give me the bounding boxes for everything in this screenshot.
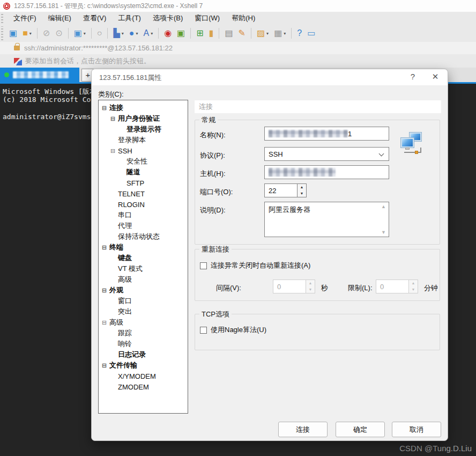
- spin-up-icon[interactable]: ▲: [306, 280, 315, 286]
- auto-reconnect-checkbox-row[interactable]: 连接异常关闭时自动重新连接(A): [200, 261, 310, 270]
- tree-item[interactable]: 登录脚本: [99, 135, 188, 145]
- menu-item[interactable]: 帮助(H): [226, 13, 261, 23]
- lock-screen-button[interactable]: ▮: [206, 26, 217, 40]
- interval-spinner[interactable]: 0 ▲ ▼: [273, 280, 315, 293]
- compose-pane-button[interactable]: ▙▾: [110, 26, 126, 40]
- port-spinner[interactable]: 22 ▲ ▼: [264, 183, 307, 197]
- tree-item[interactable]: RLOGIN: [99, 199, 188, 210]
- tree-item[interactable]: SFTP: [99, 178, 188, 188]
- menu-item[interactable]: 编辑(E): [42, 13, 77, 23]
- tree-item[interactable]: 响铃: [99, 339, 188, 349]
- tree-item[interactable]: ⊟终端: [99, 242, 188, 253]
- spin-down-icon[interactable]: ▼: [409, 286, 418, 293]
- nagle-checkbox[interactable]: [200, 327, 207, 334]
- help-button[interactable]: ?: [294, 26, 304, 40]
- spin-up-icon[interactable]: ▲: [298, 184, 306, 190]
- dropdown-caret-icon[interactable]: ▾: [84, 31, 86, 36]
- highlight-pen-button[interactable]: ✎: [236, 26, 248, 40]
- tree-item[interactable]: 高级: [99, 274, 188, 285]
- dropdown-caret-icon[interactable]: ▾: [266, 31, 269, 36]
- tree-item[interactable]: ⊟高级: [99, 317, 188, 328]
- dropdown-caret-icon[interactable]: ▾: [29, 31, 32, 36]
- nagle-checkbox-row[interactable]: 使用Nagle算法(U): [200, 325, 266, 335]
- tree-item[interactable]: X/YMODEM: [99, 371, 188, 381]
- menu-item[interactable]: 文件(F): [8, 13, 42, 23]
- description-textarea[interactable]: 阿里云服务器 ▲ ▼: [264, 202, 389, 237]
- new-file-button[interactable]: ▨▾: [254, 26, 271, 40]
- tree-item[interactable]: 突出: [99, 306, 188, 317]
- tree-item[interactable]: ⊟连接: [99, 102, 188, 113]
- dialog-close-button[interactable]: ✕: [429, 72, 441, 82]
- scroll-down-icon[interactable]: ▼: [381, 230, 386, 235]
- menu-item[interactable]: 查看(V): [77, 13, 112, 23]
- spin-down-icon[interactable]: ▼: [298, 190, 306, 197]
- tree-item[interactable]: 窗口: [99, 296, 188, 306]
- session-properties-button[interactable]: ▣▾: [71, 26, 88, 40]
- name-input[interactable]: 1: [264, 127, 389, 141]
- protocol-select[interactable]: SSH: [264, 147, 389, 161]
- menu-item[interactable]: 工具(T): [112, 13, 147, 23]
- tile-windows-button[interactable]: ▦▾: [271, 26, 288, 40]
- disconnect-button[interactable]: ⊘: [40, 26, 53, 40]
- tree-item[interactable]: 键盘: [99, 253, 188, 263]
- host-input[interactable]: [264, 165, 389, 179]
- dropdown-caret-icon[interactable]: ▾: [136, 31, 138, 36]
- tree-item[interactable]: 日志记录: [99, 349, 188, 360]
- font-button[interactable]: A▾: [140, 26, 155, 40]
- port-spin-buttons[interactable]: ▲ ▼: [298, 183, 307, 197]
- tree-item[interactable]: ⊟用户身份验证: [99, 113, 188, 124]
- tree-item[interactable]: 跟踪: [99, 328, 188, 339]
- tree-expander-icon[interactable]: ⊟: [102, 105, 109, 112]
- tree-expander-icon[interactable]: ⊟: [102, 287, 109, 294]
- port-value[interactable]: 22: [264, 183, 298, 197]
- tree-item[interactable]: 登录提示符: [99, 124, 188, 135]
- address-text[interactable]: ssh://administrator:*********@123.57.156…: [24, 44, 173, 52]
- tree-item[interactable]: 安全性: [99, 156, 188, 167]
- virtual-keyboard-button[interactable]: ▤: [222, 26, 235, 40]
- session-tab-active[interactable]: [0, 68, 79, 82]
- tree-expander-icon[interactable]: ⊟: [102, 244, 109, 251]
- tree-item[interactable]: ⊟SSH: [99, 145, 188, 156]
- find-button[interactable]: ○: [94, 26, 105, 40]
- menu-item[interactable]: 窗口(W): [189, 13, 226, 23]
- limit-spinner[interactable]: 0 ▲ ▼: [376, 280, 418, 293]
- menubar-gripper[interactable]: [1, 13, 3, 23]
- tree-item[interactable]: 保持活动状态: [99, 231, 188, 242]
- interval-spin-buttons[interactable]: ▲ ▼: [306, 280, 315, 293]
- menu-item[interactable]: 选项卡(B): [147, 13, 189, 23]
- toolbar-gripper[interactable]: [1, 26, 3, 40]
- scroll-up-icon[interactable]: ▲: [381, 204, 386, 209]
- tree-expander-icon[interactable]: ⊟: [110, 115, 118, 122]
- spin-up-icon[interactable]: ▲: [409, 280, 418, 286]
- bookmark-arrow-icon[interactable]: [14, 57, 21, 64]
- tree-item[interactable]: ⊟外观: [99, 285, 188, 296]
- ok-button[interactable]: 确定: [336, 422, 385, 437]
- tree-expander-icon[interactable]: ⊟: [102, 362, 109, 369]
- dropdown-caret-icon[interactable]: ▾: [151, 31, 153, 36]
- tree-item[interactable]: 隧道: [99, 167, 188, 178]
- spin-down-icon[interactable]: ▼: [306, 286, 315, 293]
- limit-spin-buttons[interactable]: ▲ ▼: [409, 280, 418, 293]
- encoding-globe-button[interactable]: ●▾: [127, 26, 141, 40]
- dropdown-caret-icon[interactable]: ▾: [284, 31, 286, 36]
- dropdown-caret-icon[interactable]: ▾: [122, 31, 124, 36]
- dialog-help-button[interactable]: ?: [407, 72, 419, 81]
- new-session-button[interactable]: ▣: [6, 26, 20, 40]
- xftp-app-button[interactable]: ▣: [174, 26, 188, 40]
- auto-reconnect-checkbox[interactable]: [200, 262, 207, 269]
- limit-value[interactable]: 0: [376, 280, 409, 293]
- category-tree[interactable]: ⊟连接⊟用户身份验证登录提示符登录脚本⊟SSH安全性隧道SFTPTELNETRL…: [98, 100, 188, 414]
- tree-item[interactable]: ZMODEM: [99, 381, 188, 392]
- tree-item[interactable]: VT 模式: [99, 263, 188, 274]
- connect-button[interactable]: 连接: [278, 422, 328, 437]
- feedback-balloon-button[interactable]: ▭: [304, 26, 318, 40]
- open-session-folder-button[interactable]: ■▾: [20, 26, 34, 40]
- tree-item[interactable]: ⊟文件传输: [99, 360, 188, 371]
- fullscreen-button[interactable]: ⊞: [194, 26, 206, 40]
- reconnect-button[interactable]: ⊙: [53, 26, 65, 40]
- tree-item[interactable]: 代理: [99, 220, 188, 231]
- tree-item[interactable]: TELNET: [99, 188, 188, 199]
- cancel-button[interactable]: 取消: [392, 422, 441, 437]
- interval-value[interactable]: 0: [273, 280, 306, 293]
- tree-expander-icon[interactable]: ⊟: [110, 148, 118, 155]
